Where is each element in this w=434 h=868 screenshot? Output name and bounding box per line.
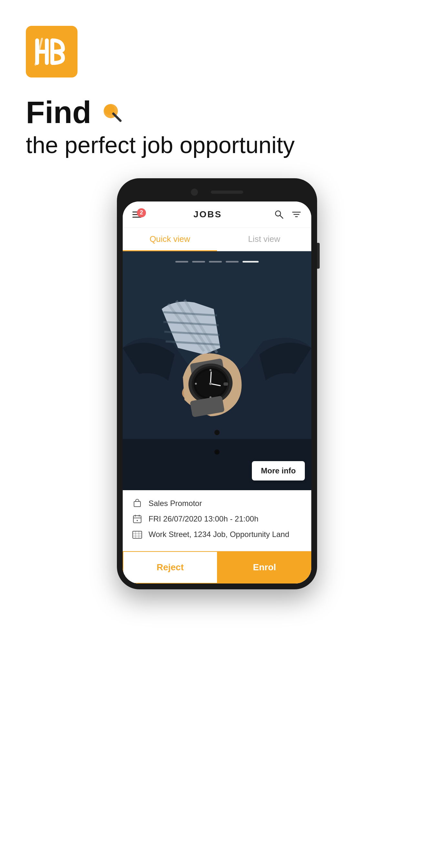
enrol-button[interactable]: Enrol bbox=[218, 551, 311, 584]
job-title-row: Sales Promotor bbox=[132, 498, 302, 509]
svg-rect-29 bbox=[223, 383, 228, 386]
dot-4 bbox=[226, 261, 239, 262]
svg-line-4 bbox=[280, 215, 283, 218]
phone-mockup: 2 JOBS bbox=[117, 178, 317, 589]
map-icon bbox=[132, 529, 143, 540]
svg-rect-40 bbox=[133, 531, 142, 538]
job-image-bg: More info bbox=[123, 251, 311, 490]
reject-button[interactable]: Reject bbox=[123, 551, 218, 584]
bottom-buttons: Reject Enrol bbox=[123, 551, 311, 584]
job-location: Work Street, 1234 Job, Opportunity Land bbox=[149, 530, 289, 539]
search-icon-large bbox=[99, 99, 125, 125]
app-tabs: Quick view List view bbox=[123, 228, 311, 251]
dot-2 bbox=[192, 261, 205, 262]
job-datetime-row: FRI 26/07/2020 13:00h - 21:00h bbox=[132, 514, 302, 524]
job-icon bbox=[132, 498, 143, 509]
svg-point-22 bbox=[210, 369, 212, 371]
more-info-button[interactable]: More info bbox=[252, 461, 305, 480]
svg-line-26 bbox=[211, 372, 211, 383]
tab-quick-view[interactable]: Quick view bbox=[123, 228, 217, 251]
search-button[interactable] bbox=[274, 209, 284, 220]
app-title: JOBS bbox=[193, 209, 222, 220]
svg-rect-35 bbox=[133, 516, 141, 523]
phone-power-button bbox=[317, 243, 320, 269]
filter-button[interactable] bbox=[291, 209, 302, 220]
job-location-row: Work Street, 1234 Job, Opportunity Land bbox=[132, 529, 302, 540]
job-image: More info bbox=[123, 251, 311, 490]
image-dots bbox=[123, 261, 311, 262]
svg-point-24 bbox=[195, 383, 197, 385]
svg-point-39 bbox=[136, 520, 138, 521]
logo-svg bbox=[32, 35, 71, 68]
phone-screen: 2 JOBS bbox=[123, 202, 311, 584]
job-title: Sales Promotor bbox=[149, 499, 202, 508]
job-details: Sales Promotor FRI 26/07 bbox=[123, 490, 311, 551]
logo-container bbox=[26, 26, 408, 78]
headline-find: Find bbox=[26, 97, 91, 128]
svg-point-28 bbox=[209, 383, 212, 385]
headline-subtitle: the perfect job opportunity bbox=[26, 131, 408, 159]
phone-camera bbox=[191, 189, 198, 196]
svg-point-31 bbox=[214, 430, 220, 435]
headline-section: Find the perfect job opportunity bbox=[26, 97, 408, 159]
menu-badge: 2 bbox=[137, 208, 146, 217]
dot-1 bbox=[175, 261, 188, 262]
svg-rect-34 bbox=[134, 501, 141, 507]
header-icons bbox=[274, 209, 302, 220]
phone-notch bbox=[123, 184, 311, 200]
tab-list-view[interactable]: List view bbox=[217, 228, 311, 251]
dot-5-active bbox=[243, 261, 259, 262]
app-logo bbox=[26, 26, 78, 78]
menu-button[interactable]: 2 bbox=[132, 212, 142, 218]
phone-speaker bbox=[211, 190, 243, 194]
app-header: 2 JOBS bbox=[123, 202, 311, 228]
job-datetime: FRI 26/07/2020 13:00h - 21:00h bbox=[149, 515, 258, 523]
dot-3 bbox=[209, 261, 222, 262]
calendar-icon bbox=[132, 514, 143, 524]
phone-outer: 2 JOBS bbox=[117, 178, 317, 589]
svg-line-2 bbox=[113, 114, 120, 121]
watch-illustration bbox=[123, 251, 311, 490]
